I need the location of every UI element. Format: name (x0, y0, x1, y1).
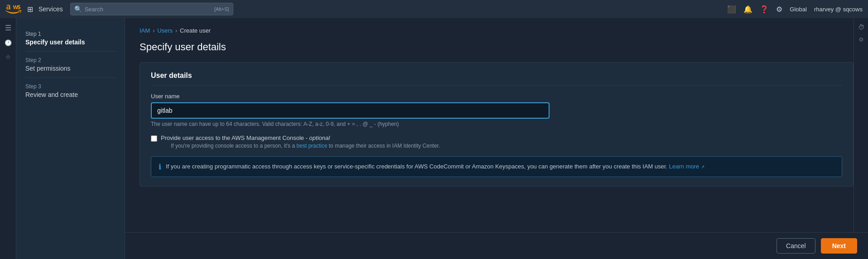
step-3-label: Step 3 (25, 83, 116, 90)
console-checkbox-sublabel: If you're providing console access to a … (171, 143, 440, 149)
info-box: ℹ If you are creating programmatic acces… (151, 156, 842, 177)
step-2[interactable]: Step 2 Set permissions (25, 52, 116, 78)
card-title: User details (151, 72, 842, 86)
step-3[interactable]: Step 3 Review and create (25, 78, 116, 104)
settings-icon[interactable]: ⚙ (776, 5, 782, 14)
bookmark-icon[interactable]: ☆ (5, 53, 11, 60)
external-link-icon: ↗ (701, 164, 704, 169)
breadcrumb-sep-1: › (153, 28, 154, 34)
console-access-checkbox[interactable] (151, 135, 157, 142)
breadcrumb-iam[interactable]: IAM (140, 27, 150, 34)
console-checkbox-content: Provide user access to the AWS Managemen… (161, 134, 440, 149)
username-hint: The user name can have up to 64 characte… (151, 121, 842, 127)
help-icon[interactable]: ❓ (760, 5, 769, 14)
user-menu[interactable]: rharvey @ sqcows (814, 6, 863, 13)
breadcrumb-current: Create user (180, 27, 211, 34)
grid-icon[interactable]: ⊞ (25, 3, 35, 15)
footer-actions: Cancel Next (125, 232, 868, 259)
step-2-title: Set permissions (25, 65, 116, 72)
top-nav: ⊞ Services 🔍 [Alt+S] ⬛ 🔔 ❓ ⚙ Global rhar… (0, 0, 868, 18)
page-title: Specify user details (140, 41, 854, 53)
clock-icon[interactable]: 🕐 (5, 39, 12, 46)
breadcrumb: IAM › Users › Create user (140, 27, 854, 34)
right-panel: ⏱ ⊙ (854, 18, 868, 259)
console-optional-text: optional (309, 134, 330, 141)
console-access-row: Provide user access to the AWS Managemen… (151, 134, 842, 149)
step-1-title: Specify user details (25, 38, 116, 46)
console-checkbox-label: Provide user access to the AWS Managemen… (161, 134, 440, 141)
breadcrumb-users[interactable]: Users (157, 27, 173, 34)
step-1-label: Step 1 (25, 31, 116, 37)
main-wrapper: Step 1 Specify user details Step 2 Set p… (16, 18, 868, 259)
aws-logo[interactable] (5, 4, 22, 14)
footer-spacer (140, 194, 854, 221)
bell-icon[interactable]: 🔔 (743, 5, 752, 14)
search-input[interactable] (85, 6, 212, 13)
cloud-shell-icon[interactable]: ⬛ (727, 5, 736, 14)
next-button[interactable]: Next (821, 238, 857, 254)
cancel-button[interactable]: Cancel (776, 238, 815, 254)
console-sublabel-post: to manage their access in IAM Identity C… (327, 143, 440, 149)
main-content: IAM › Users › Create user Specify user d… (125, 18, 868, 259)
username-group: User name The user name can have up to 6… (151, 93, 842, 127)
steps-sidebar: Step 1 Specify user details Step 2 Set p… (16, 18, 125, 259)
step-3-title: Review and create (25, 91, 116, 98)
username-label: User name (151, 93, 842, 100)
console-checkbox-text: Provide user access to the AWS Managemen… (161, 134, 309, 141)
nav-right: ⬛ 🔔 ❓ ⚙ Global rharvey @ sqcows (727, 5, 863, 14)
side-nav-toggle: ☰ 🕐 ☆ (0, 18, 16, 259)
info-text-content: If you are creating programmatic access … (166, 163, 669, 170)
right-panel-icon-1[interactable]: ⏱ (858, 24, 864, 31)
step-2-label: Step 2 (25, 57, 116, 63)
search-bar[interactable]: 🔍 [Alt+S] (70, 3, 233, 15)
console-sublabel-pre: If you're providing console access to a … (171, 143, 296, 149)
best-practice-link[interactable]: best practice (296, 143, 327, 149)
search-icon: 🔍 (74, 5, 82, 13)
breadcrumb-sep-2: › (175, 28, 177, 34)
right-panel-icon-2[interactable]: ⊙ (859, 36, 863, 43)
user-details-card: User details User name The user name can… (140, 62, 854, 187)
username-input[interactable] (151, 102, 550, 119)
info-icon: ℹ (159, 163, 161, 171)
step-1[interactable]: Step 1 Specify user details (25, 25, 116, 52)
search-shortcut: [Alt+S] (214, 6, 229, 12)
services-label[interactable]: Services (39, 5, 63, 13)
region-selector[interactable]: Global (790, 6, 807, 13)
info-box-text: If you are creating programmatic access … (166, 162, 704, 171)
learn-more-link[interactable]: Learn more (669, 163, 699, 170)
hamburger-icon[interactable]: ☰ (5, 24, 11, 32)
